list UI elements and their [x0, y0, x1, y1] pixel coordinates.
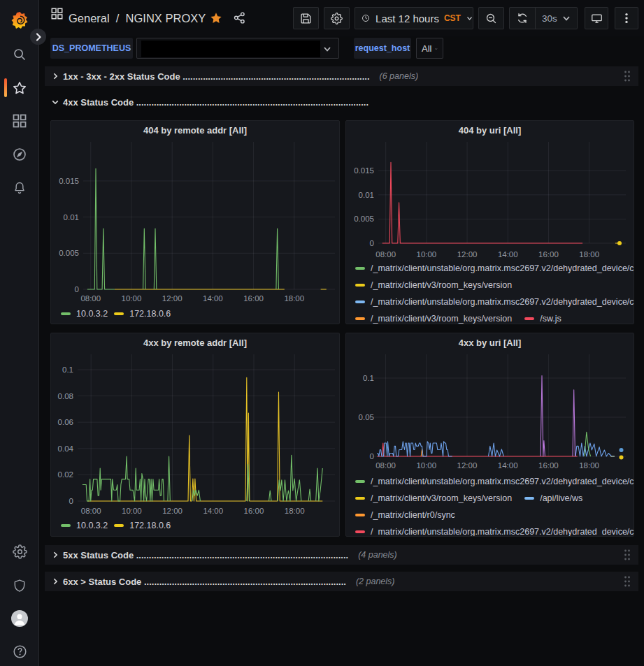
svg-text:08:00: 08:00 [375, 250, 396, 259]
svg-text:0.05: 0.05 [359, 413, 374, 421]
svg-text:10:00: 10:00 [122, 507, 142, 515]
svg-text:08:00: 08:00 [81, 507, 101, 515]
svg-text:10:00: 10:00 [416, 250, 436, 259]
svg-text:08:00: 08:00 [375, 461, 396, 470]
svg-text:0.02: 0.02 [58, 470, 73, 479]
svg-text:0.08: 0.08 [58, 392, 73, 400]
svg-text:12:00: 12:00 [457, 250, 478, 259]
svg-text:0: 0 [69, 497, 73, 505]
svg-text:12:00: 12:00 [162, 294, 183, 303]
svg-text:18:00: 18:00 [579, 250, 599, 259]
svg-text:0.015: 0.015 [59, 177, 79, 185]
svg-text:0.005: 0.005 [354, 215, 374, 223]
svg-text:14:00: 14:00 [203, 507, 223, 515]
svg-text:0: 0 [370, 452, 374, 461]
svg-text:10:00: 10:00 [122, 294, 142, 303]
svg-text:0.01: 0.01 [64, 213, 79, 222]
svg-text:10:00: 10:00 [416, 461, 436, 470]
svg-text:0.015: 0.015 [354, 166, 374, 175]
svg-text:18:00: 18:00 [579, 461, 599, 470]
svg-text:18:00: 18:00 [285, 507, 305, 515]
svg-text:16:00: 16:00 [244, 507, 264, 515]
svg-text:12:00: 12:00 [457, 461, 478, 470]
svg-text:14:00: 14:00 [498, 461, 518, 470]
svg-text:16:00: 16:00 [243, 294, 264, 303]
svg-text:0.005: 0.005 [59, 249, 79, 257]
svg-text:14:00: 14:00 [498, 250, 518, 259]
svg-text:16:00: 16:00 [538, 250, 559, 259]
svg-text:0.01: 0.01 [359, 191, 374, 199]
svg-text:0: 0 [370, 239, 374, 247]
svg-text:0.1: 0.1 [62, 365, 73, 374]
svg-text:08:00: 08:00 [80, 294, 101, 303]
svg-text:14:00: 14:00 [203, 294, 223, 303]
svg-text:0.1: 0.1 [363, 374, 374, 382]
svg-text:16:00: 16:00 [538, 461, 559, 470]
svg-text:0.06: 0.06 [58, 418, 73, 426]
svg-text:12:00: 12:00 [162, 507, 183, 515]
svg-text:18:00: 18:00 [284, 294, 304, 303]
svg-text:0: 0 [75, 285, 79, 294]
svg-text:0.04: 0.04 [58, 444, 74, 453]
